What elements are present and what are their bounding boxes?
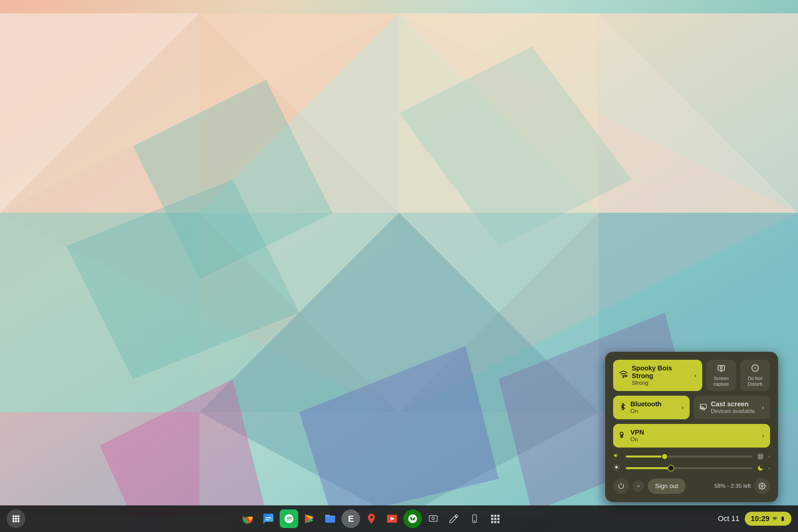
svg-rect-56 <box>491 515 493 517</box>
taskbar-app-play-store[interactable] <box>300 509 319 528</box>
svg-point-40 <box>15 515 17 517</box>
svg-rect-62 <box>491 521 493 524</box>
cast-label: Cast screen <box>711 400 758 408</box>
vpn-icon <box>619 431 626 440</box>
svg-point-47 <box>17 520 19 522</box>
svg-rect-61 <box>497 518 500 520</box>
taskbar-app-stylus[interactable] <box>444 509 463 528</box>
taskbar-app-messages[interactable] <box>259 509 278 528</box>
svg-point-23 <box>623 376 624 377</box>
vpn-status: On <box>630 436 758 443</box>
cast-expand-arrow: › <box>762 404 764 411</box>
taskbar-app-phone-hub[interactable] <box>465 509 484 528</box>
svg-point-38 <box>761 485 763 487</box>
do-not-disturb-icon <box>751 364 759 374</box>
bluetooth-icon <box>619 403 626 412</box>
svg-point-42 <box>12 518 14 520</box>
brightness-icon <box>613 464 623 472</box>
svg-point-28 <box>720 367 723 369</box>
taskbar-time: 10:29 <box>751 514 770 523</box>
wifi-status-icon <box>772 516 777 521</box>
volume-icon <box>613 452 623 460</box>
taskbar-time-pill[interactable]: 10:29 <box>745 512 791 526</box>
volume-expand-arrow[interactable]: › <box>768 454 770 459</box>
bluetooth-label: Bluetooth <box>630 400 678 408</box>
cast-info: Cast screen Devices available <box>711 400 758 415</box>
svg-rect-32 <box>758 454 763 459</box>
svg-point-41 <box>17 515 19 517</box>
svg-point-53 <box>432 517 435 520</box>
launcher-button[interactable] <box>7 509 25 528</box>
cast-icon <box>700 403 707 412</box>
brightness-track[interactable] <box>626 467 753 469</box>
cast-screen-button[interactable]: Cast screen Devices available › <box>694 396 770 419</box>
svg-rect-63 <box>494 521 497 524</box>
quick-settings-panel: Spooky Bois Strong Strong › Screen captu… <box>605 352 778 502</box>
taskbar-date: Oct 11 <box>718 514 740 523</box>
power-button[interactable] <box>613 478 629 494</box>
dark-mode-icon <box>756 465 765 472</box>
bluetooth-expand-arrow: › <box>682 404 684 411</box>
vpn-toggle-button[interactable]: VPN On › <box>613 424 770 448</box>
svg-point-43 <box>15 518 17 520</box>
screen-capture-button[interactable]: Screen capture <box>706 360 736 391</box>
wifi-strength: Strong <box>632 380 690 386</box>
vpn-expand-arrow: › <box>762 432 764 439</box>
svg-rect-27 <box>718 366 724 370</box>
sign-out-button[interactable]: Sign out <box>648 478 686 494</box>
vpn-label: VPN <box>630 429 758 436</box>
svg-point-39 <box>12 515 14 517</box>
svg-point-37 <box>615 466 618 469</box>
svg-rect-57 <box>494 515 497 517</box>
taskbar-app-maps[interactable] <box>362 509 381 528</box>
cast-status: Devices available <box>711 408 758 415</box>
taskbar-apps: E <box>28 509 715 528</box>
bluetooth-status: On <box>630 408 678 415</box>
taskbar-app-email[interactable]: E <box>341 509 360 528</box>
wifi-info: Spooky Bois Strong Strong <box>632 364 690 386</box>
bluetooth-toggle-button[interactable]: Bluetooth On › <box>613 396 690 419</box>
svg-point-46 <box>15 520 17 522</box>
taskbar-app-xbox[interactable] <box>403 509 422 528</box>
screen-capture-label: Screen capture <box>714 376 729 387</box>
wifi-toggle-button[interactable]: Spooky Bois Strong Strong › <box>613 360 702 391</box>
bluetooth-info: Bluetooth On <box>630 400 678 415</box>
brightness-expand-arrow[interactable]: › <box>768 465 770 471</box>
taskbar-app-screen-capture[interactable] <box>424 509 442 528</box>
wifi-icon <box>619 370 628 381</box>
svg-rect-26 <box>626 376 626 377</box>
volume-thumb[interactable] <box>661 453 668 460</box>
taskbar-app-numpad[interactable] <box>486 509 505 528</box>
svg-rect-60 <box>494 518 497 520</box>
taskbar-app-slides[interactable] <box>383 509 401 528</box>
battery-status-icon <box>780 516 785 521</box>
settings-button[interactable] <box>754 478 770 494</box>
taskbar-app-spotify[interactable] <box>280 509 298 528</box>
svg-point-55 <box>474 521 475 521</box>
volume-settings-icon <box>756 454 765 459</box>
svg-rect-52 <box>429 516 437 521</box>
wifi-expand-arrow: › <box>694 372 696 379</box>
do-not-disturb-label: Do Not Disturb <box>748 376 762 387</box>
power-chevron-button[interactable] <box>632 480 644 492</box>
do-not-disturb-button[interactable]: Do Not Disturb <box>740 360 770 391</box>
wifi-name: Spooky Bois Strong <box>632 364 690 380</box>
volume-track[interactable] <box>626 456 753 457</box>
quick-settings-bottom-bar: Sign out 58% - 2:35 left <box>613 478 770 494</box>
taskbar-app-files[interactable] <box>321 509 340 528</box>
brightness-thumb[interactable] <box>668 465 674 472</box>
taskbar-right: Oct 11 10:29 <box>718 512 791 526</box>
volume-slider-row: › <box>613 452 770 460</box>
taskbar-app-chrome[interactable] <box>239 509 257 528</box>
vpn-info: VPN On <box>630 429 758 443</box>
screen-capture-icon <box>717 364 725 374</box>
taskbar: E <box>0 506 798 532</box>
svg-point-44 <box>17 518 19 520</box>
svg-point-45 <box>12 520 14 522</box>
brightness-slider-row: › <box>613 464 770 472</box>
battery-info: 58% - 2:35 left <box>689 483 751 490</box>
svg-rect-59 <box>491 518 493 520</box>
svg-rect-64 <box>497 521 500 524</box>
svg-rect-58 <box>497 515 500 517</box>
